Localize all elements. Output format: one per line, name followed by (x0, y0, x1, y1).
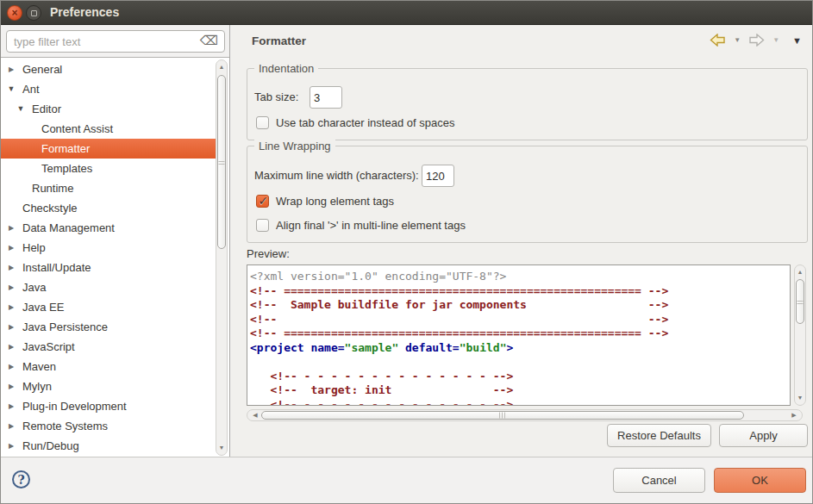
bottom-bar: ? Cancel OK (1, 457, 812, 503)
chevron-right-icon[interactable]: ▶ (6, 238, 16, 258)
wrap-long-tags-label: Wrap long element tags (276, 195, 394, 208)
cancel-button[interactable]: Cancel (613, 468, 705, 493)
use-tab-checkbox[interactable] (256, 116, 269, 129)
chevron-right-icon[interactable]: ▶ (6, 59, 16, 79)
chevron-right-icon[interactable]: ▶ (6, 297, 16, 317)
forward-arrow-icon[interactable] (748, 34, 765, 47)
maximize-button[interactable] (26, 5, 41, 21)
sidebar-item-label: Templates (1, 162, 92, 175)
indentation-group-title: Indentation (254, 62, 318, 75)
tab-size-input[interactable] (310, 86, 342, 109)
code-line (250, 355, 790, 370)
sidebar-item-ant[interactable]: ▼Ant (1, 79, 216, 99)
chevron-right-icon[interactable]: ▶ (6, 258, 16, 277)
preview-code-area[interactable]: <?xml version="1.0" encoding="UTF-8"?><!… (247, 264, 791, 406)
chevron-right-icon[interactable]: ▶ (6, 396, 16, 416)
preferences-tree: ▶General▼Ant▼EditorContent AssistFormatt… (1, 57, 229, 458)
clear-filter-icon[interactable]: ⌫ (200, 33, 218, 48)
wrap-long-tags-checkbox[interactable] (256, 195, 269, 208)
sidebar-item-install-update[interactable]: ▶Install/Update (1, 258, 216, 277)
align-final-checkbox[interactable] (256, 219, 269, 232)
sidebar-item-help[interactable]: ▶Help (1, 238, 216, 258)
page-title: Formatter (252, 34, 306, 47)
line-wrapping-group-title: Line Wrapping (254, 140, 335, 152)
chevron-right-icon[interactable]: ▶ (6, 436, 16, 456)
main-panel: Formatter ▼ ▼ ▼ Indentation Tab size: Us… (231, 25, 813, 458)
preview-hscroll-thumb[interactable] (261, 411, 744, 420)
sidebar-item-label: Data Management (1, 221, 115, 234)
titlebar[interactable]: × Preferences (1, 1, 812, 25)
filter-input[interactable] (6, 30, 225, 53)
sidebar-item-java[interactable]: ▶Java (1, 277, 216, 297)
chevron-right-icon[interactable]: ▶ (6, 317, 16, 337)
sidebar-item-checkstyle[interactable]: Checkstyle (1, 198, 216, 218)
scroll-down-icon[interactable]: ▼ (216, 442, 227, 454)
sidebar-item-formatter[interactable]: Formatter (1, 139, 216, 159)
apply-button[interactable]: Apply (719, 424, 808, 447)
scroll-right-icon[interactable]: ▶ (788, 410, 800, 420)
close-button[interactable]: × (7, 5, 22, 21)
ok-button[interactable]: OK (714, 468, 806, 493)
sidebar-item-label: Editor (1, 103, 61, 115)
chevron-right-icon[interactable]: ▶ (6, 416, 16, 436)
preview-label: Preview: (247, 247, 290, 260)
forward-history-dropdown-icon[interactable]: ▼ (772, 36, 779, 44)
sidebar-item-run-debug[interactable]: ▶Run/Debug (1, 436, 216, 456)
preview-vscroll-thumb[interactable] (796, 279, 804, 324)
chevron-right-icon[interactable]: ▶ (6, 218, 16, 238)
code-line: <!-- target: init --> (250, 383, 790, 398)
scroll-down-icon[interactable]: ▼ (795, 392, 805, 404)
chevron-down-icon[interactable]: ▼ (6, 79, 16, 99)
indentation-group: Indentation Tab size: Use tab character … (247, 68, 808, 140)
preview-vertical-scrollbar[interactable]: ▲ ▼ (794, 264, 806, 406)
sidebar-item-maven[interactable]: ▶Maven (1, 357, 216, 376)
sidebar-item-label: Checkstyle (1, 202, 78, 215)
sidebar-item-label: Runtime (1, 182, 73, 195)
align-final-checkrow: Align final '>' in multi-line element ta… (256, 219, 466, 232)
scroll-left-icon[interactable]: ◀ (249, 410, 261, 420)
code-line: <!-- - - - - - - - - - - - - - - --> (250, 398, 790, 407)
chevron-right-icon[interactable]: ▶ (6, 376, 16, 396)
sidebar-item-editor[interactable]: ▼Editor (1, 99, 216, 119)
chevron-right-icon[interactable]: ▶ (6, 277, 16, 297)
sidebar-item-java-ee[interactable]: ▶Java EE (1, 297, 216, 317)
maximize-icon (31, 10, 37, 16)
scrollbar-grip (499, 413, 506, 419)
help-icon[interactable]: ? (12, 470, 30, 488)
restore-defaults-button[interactable]: Restore Defaults (607, 424, 711, 447)
sidebar-item-content-assist[interactable]: Content Assist (1, 119, 216, 139)
view-menu-icon[interactable]: ▼ (792, 35, 802, 46)
use-tab-label: Use tab character instead of spaces (276, 116, 454, 129)
max-line-width-input[interactable] (422, 165, 454, 187)
code-line: <!-- --> (250, 313, 790, 327)
sidebar-item-runtime[interactable]: Runtime (1, 178, 216, 198)
back-arrow-icon[interactable] (710, 34, 726, 47)
sidebar-item-data-management[interactable]: ▶Data Management (1, 218, 216, 238)
back-history-dropdown-icon[interactable]: ▼ (734, 36, 741, 44)
sidebar-item-mylyn[interactable]: ▶Mylyn (1, 376, 216, 396)
sidebar-item-remote-systems[interactable]: ▶Remote Systems (1, 416, 216, 436)
code-line: <!-- Sample buildfile for jar components… (250, 298, 790, 313)
sidebar-item-plug-in-development[interactable]: ▶Plug-in Development (1, 396, 216, 416)
sidebar-item-java-persistence[interactable]: ▶Java Persistence (1, 317, 216, 337)
code-line: <!-- ===================================… (250, 327, 790, 341)
sidebar-item-label: Content Assist (1, 122, 113, 135)
sidebar-scrollbar[interactable]: ▲ ▼ (216, 59, 228, 456)
align-final-label: Align final '>' in multi-line element ta… (276, 219, 466, 232)
sidebar-item-general[interactable]: ▶General (1, 59, 216, 79)
sidebar-item-javascript[interactable]: ▶JavaScript (1, 337, 216, 357)
chevron-right-icon[interactable]: ▶ (6, 357, 16, 376)
wrap-long-tags-checkrow: Wrap long element tags (256, 195, 394, 208)
sidebar-item-templates[interactable]: Templates (1, 159, 216, 178)
chevron-right-icon[interactable]: ▶ (6, 337, 16, 357)
scrollbar-grip (797, 299, 804, 304)
scroll-up-icon[interactable]: ▲ (795, 266, 805, 278)
tab-size-label: Tab size: (254, 90, 298, 103)
chevron-down-icon[interactable]: ▼ (16, 99, 26, 119)
preview-horizontal-scrollbar[interactable]: ◀ ▶ (247, 409, 803, 421)
scrollbar-grip (219, 159, 225, 165)
filter-area: ⌫ (1, 25, 229, 57)
scroll-up-icon[interactable]: ▲ (216, 61, 227, 73)
sidebar-scrollbar-thumb[interactable] (217, 75, 226, 249)
sidebar-item-label: Formatter (1, 142, 90, 155)
